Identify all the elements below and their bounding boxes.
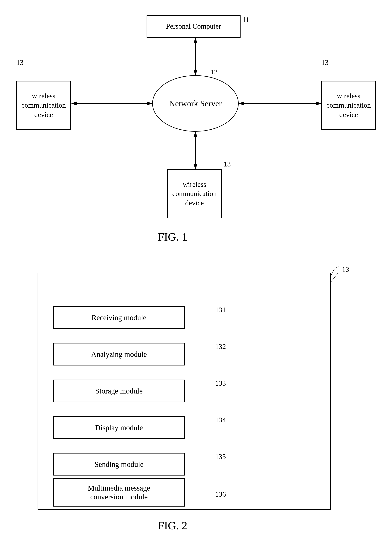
- wcd-right-box: wirelesscommunicationdevice: [321, 81, 376, 130]
- network-server-label: Network Server: [169, 99, 222, 108]
- pc-ref: 11: [242, 15, 249, 24]
- fig1-diagram: Personal Computer 11 Network Server 12 w…: [0, 7, 392, 248]
- analyzing-module-label: Analyzing module: [91, 350, 147, 359]
- wcd-right-label: wirelesscommunicationdevice: [326, 91, 371, 119]
- wcd-bottom-label: wirelesscommunicationdevice: [172, 180, 217, 208]
- wcd-right-ref-top: 13: [321, 58, 329, 67]
- analyzing-module-box: Analyzing module: [53, 343, 185, 365]
- display-module-label: Display module: [95, 423, 143, 432]
- fig2-outer-ref-line: [329, 263, 348, 279]
- fig2-ref-132: 132: [215, 342, 226, 351]
- fig2-caption: FIG. 2: [158, 519, 187, 532]
- fig2-diagram: Receiving module Analyzing module Storag…: [0, 263, 392, 542]
- fig2-outer-box: Receiving module Analyzing module Storag…: [38, 273, 331, 510]
- wcd-left-box: wirelesscommunicationdevice: [16, 81, 71, 130]
- pc-label: Personal Computer: [166, 22, 221, 31]
- personal-computer-box: Personal Computer: [147, 15, 241, 38]
- network-server-ref: 12: [210, 68, 218, 76]
- sending-module-box: Sending module: [53, 453, 185, 476]
- receiving-module-label: Receiving module: [91, 313, 146, 322]
- display-module-box: Display module: [53, 416, 185, 439]
- fig1-caption: FIG. 1: [158, 230, 187, 243]
- wcd-left-ref-top: 13: [16, 58, 23, 67]
- fig2-ref-135: 135: [215, 452, 226, 461]
- multimedia-module-box: Multimedia messageconversion module: [53, 478, 185, 507]
- receiving-module-box: Receiving module: [53, 306, 185, 329]
- fig2-ref-133: 133: [215, 379, 226, 387]
- fig2-ref-134: 134: [215, 416, 226, 424]
- fig2-ref-131: 131: [215, 306, 226, 314]
- fig2-ref-136: 136: [215, 490, 226, 498]
- wcd-bottom-ref: 13: [224, 160, 231, 168]
- sending-module-label: Sending module: [94, 460, 143, 469]
- wcd-bottom-box: wirelesscommunicationdevice: [167, 169, 222, 218]
- network-server-ellipse: Network Server: [152, 75, 239, 132]
- wcd-left-label: wirelesscommunicationdevice: [21, 91, 66, 119]
- storage-module-box: Storage module: [53, 379, 185, 402]
- storage-module-label: Storage module: [95, 386, 143, 395]
- multimedia-module-label: Multimedia messageconversion module: [88, 484, 150, 501]
